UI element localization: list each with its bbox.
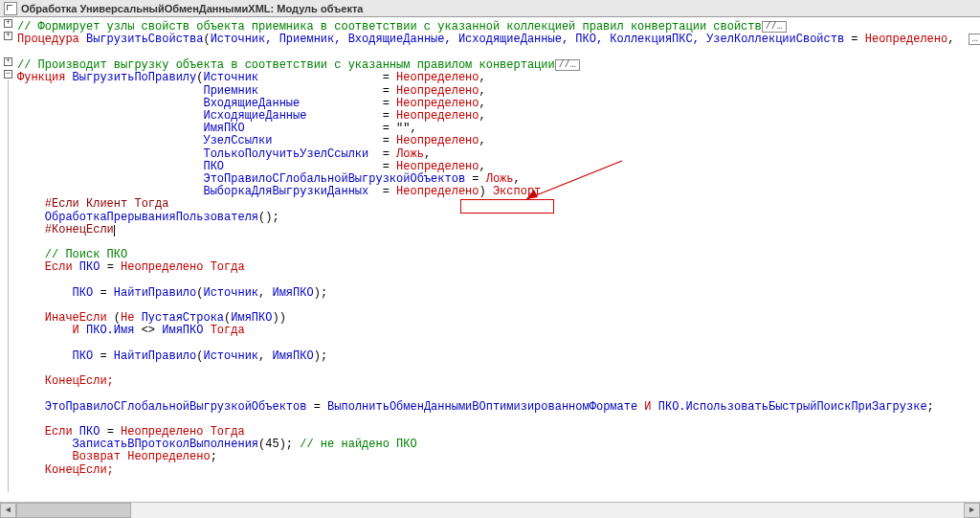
code-editor[interactable]: + + + − // Формирует узлы свойств объект… — [0, 17, 980, 501]
call: ОбработкаПрерыванияПользователя — [45, 211, 258, 224]
scroll-thumb[interactable] — [16, 503, 131, 518]
preprocessor: #КонецЕсли — [45, 223, 114, 236]
comment: // Производит выгрузку объекта в соответ… — [17, 58, 555, 72]
keyword: Процедура — [17, 34, 86, 47]
text-cursor — [114, 225, 115, 236]
fold-toggle[interactable]: + — [4, 19, 12, 28]
fold-toggle[interactable]: + — [4, 32, 12, 40]
scroll-track[interactable] — [16, 503, 964, 518]
scroll-right-button[interactable]: ► — [964, 503, 980, 518]
keyword: КонецЕсли; — [45, 374, 114, 388]
title-bar: Обработка УниверсальныйОбменДаннымиXML: … — [0, 0, 980, 17]
fold-ellipsis[interactable]: … — [969, 34, 980, 45]
fold-ellipsis[interactable]: //… — [762, 21, 787, 33]
keyword: КонецЕсли; — [45, 463, 114, 477]
title-text: Обработка УниверсальныйОбменДаннымиXML: … — [21, 3, 363, 14]
export-keyword: Экспорт — [493, 185, 541, 198]
fold-toggle[interactable]: + — [4, 57, 12, 66]
identifier: ВыгрузитьСвойства — [86, 34, 203, 47]
preprocessor: #Если Клиент Тогда — [45, 197, 169, 211]
module-icon — [4, 2, 17, 15]
params: Источник, Приемник, ВходящиеДанные, Исхо… — [211, 34, 845, 47]
horizontal-scrollbar[interactable]: ◄ ► — [0, 502, 980, 518]
fold-guide — [8, 80, 9, 492]
keyword: Функция — [17, 71, 73, 84]
fold-ellipsis[interactable]: //… — [555, 59, 580, 71]
code-body[interactable]: // Формирует узлы свойств объекта приемн… — [17, 21, 980, 477]
comment: // Поиск ПКО — [45, 248, 127, 261]
fold-gutter: + + + − — [0, 17, 17, 501]
identifier: ВыгрузитьПоПравилу — [73, 71, 197, 84]
scroll-left-button[interactable]: ◄ — [0, 503, 16, 518]
fold-toggle[interactable]: − — [4, 70, 12, 79]
comment: // Формирует узлы свойств объекта приемн… — [17, 20, 762, 34]
value: Неопределено — [865, 34, 947, 47]
